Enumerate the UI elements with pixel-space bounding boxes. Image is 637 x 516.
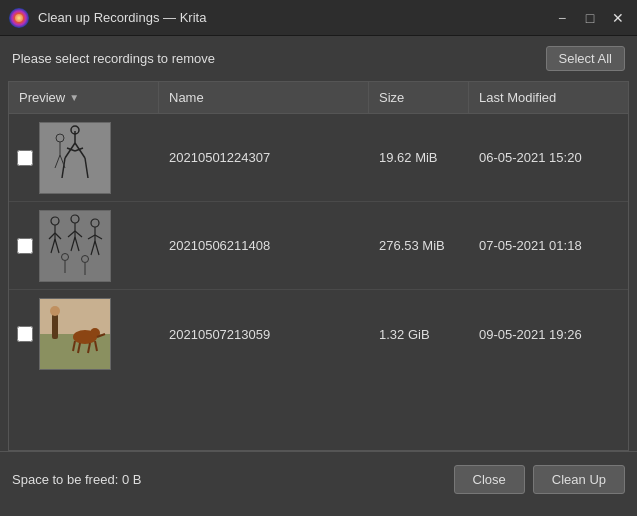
- krita-logo-icon: [8, 7, 30, 29]
- select-all-button[interactable]: Select All: [546, 46, 625, 71]
- cleanup-button[interactable]: Clean Up: [533, 465, 625, 494]
- svg-rect-41: [52, 314, 58, 339]
- minimize-button[interactable]: −: [551, 7, 573, 29]
- col-preview: Preview ▼: [9, 82, 159, 113]
- close-window-button[interactable]: ✕: [607, 7, 629, 29]
- cell-preview-3: [9, 292, 159, 376]
- row-3-date: 09-05-2021 19:26: [469, 319, 628, 350]
- recordings-table: Preview ▼ Name Size Last Modified: [8, 81, 629, 451]
- row-3-checkbox[interactable]: [17, 326, 33, 342]
- row-1-thumbnail: [39, 122, 111, 194]
- table-row: 20210501224307 19.62 MiB 06-05-2021 15:2…: [9, 114, 628, 202]
- table-row: 20210507213059 1.32 GiB 09-05-2021 19:26: [9, 290, 628, 378]
- svg-rect-39: [40, 299, 110, 334]
- row-2-checkbox[interactable]: [17, 238, 33, 254]
- maximize-button[interactable]: □: [579, 7, 601, 29]
- row-3-thumbnail: [39, 298, 111, 370]
- title-bar-controls: − □ ✕: [551, 7, 629, 29]
- table-row: 20210506211408 276.53 MiB 07-05-2021 01:…: [9, 202, 628, 290]
- row-1-name: 20210501224307: [159, 142, 369, 173]
- bottom-bar: Space to be freed: 0 B Close Clean Up: [0, 451, 637, 507]
- bottom-buttons: Close Clean Up: [454, 465, 625, 494]
- sort-arrow-icon: ▼: [69, 92, 79, 103]
- cell-preview-1: [9, 116, 159, 200]
- col-name: Name: [159, 82, 369, 113]
- title-bar-left: Clean up Recordings — Krita: [8, 7, 206, 29]
- row-2-thumbnail: [39, 210, 111, 282]
- row-3-size: 1.32 GiB: [369, 319, 469, 350]
- row-2-date: 07-05-2021 01:18: [469, 230, 628, 261]
- title-bar: Clean up Recordings — Krita − □ ✕: [0, 0, 637, 36]
- row-3-name: 20210507213059: [159, 319, 369, 350]
- window-title: Clean up Recordings — Krita: [38, 10, 206, 25]
- row-2-size: 276.53 MiB: [369, 230, 469, 261]
- svg-point-1: [15, 14, 23, 22]
- cell-preview-2: [9, 204, 159, 288]
- instruction-label: Please select recordings to remove: [12, 51, 215, 66]
- close-button[interactable]: Close: [454, 465, 525, 494]
- row-2-name: 20210506211408: [159, 230, 369, 261]
- row-1-checkbox[interactable]: [17, 150, 33, 166]
- top-bar: Please select recordings to remove Selec…: [0, 36, 637, 81]
- svg-point-42: [50, 306, 60, 316]
- space-to-free-label: Space to be freed: 0 B: [12, 472, 141, 487]
- col-date: Last Modified: [469, 82, 628, 113]
- col-size: Size: [369, 82, 469, 113]
- row-1-size: 19.62 MiB: [369, 142, 469, 173]
- table-header: Preview ▼ Name Size Last Modified: [9, 82, 628, 114]
- row-1-date: 06-05-2021 15:20: [469, 142, 628, 173]
